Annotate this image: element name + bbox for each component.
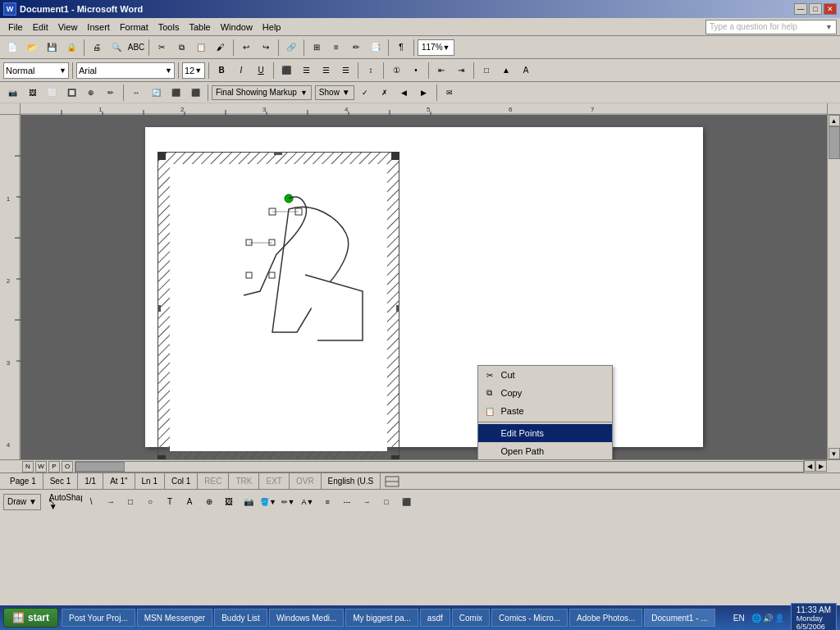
decrease-indent[interactable]: ⇤ — [432, 62, 450, 80]
menu-edit[interactable]: Edit — [28, 21, 53, 34]
menu-file[interactable]: File — [3, 21, 28, 34]
scroll-track[interactable] — [829, 126, 840, 448]
menu-format[interactable]: Format — [115, 21, 153, 34]
align-right[interactable]: ☰ — [317, 62, 335, 80]
menu-insert[interactable]: Insert — [82, 21, 115, 34]
redo-button[interactable]: ↪ — [257, 39, 275, 57]
taskbar-item-6[interactable]: Comix — [452, 609, 490, 627]
show-selector[interactable]: Show ▼ — [315, 85, 354, 100]
scroll-down-button[interactable]: ▼ — [829, 448, 840, 459]
arrow-style-tool[interactable]: → — [358, 493, 376, 511]
track-changes-arrow[interactable]: ▼ — [300, 89, 308, 97]
rect-tool[interactable]: □ — [121, 493, 139, 511]
justify[interactable]: ☰ — [336, 62, 354, 80]
highlight[interactable]: ▲ — [497, 62, 515, 80]
web-view-button[interactable]: W — [35, 461, 47, 472]
image-tool[interactable]: 📷 — [240, 493, 258, 511]
permission-button[interactable]: 🔒 — [62, 39, 80, 57]
draw-tb-1[interactable]: 📷 — [3, 84, 21, 102]
accept-change[interactable]: ✓ — [356, 84, 374, 102]
taskbar-item-7[interactable]: Comics - Micro... — [491, 609, 568, 627]
draw-tb-2[interactable]: 🖼 — [23, 84, 41, 102]
zoom-arrow[interactable]: ▼ — [443, 43, 450, 52]
outline-view-button[interactable]: O — [62, 461, 73, 472]
normal-view-button[interactable]: N — [22, 461, 34, 472]
draw-tb-6[interactable]: ✏ — [102, 84, 120, 102]
outside-border[interactable]: □ — [477, 62, 495, 80]
menu-view[interactable]: View — [53, 21, 83, 34]
size-selector[interactable]: 12 ▼ — [182, 62, 205, 79]
draw-tb-8[interactable]: 🔄 — [147, 84, 165, 102]
taskbar-item-1[interactable]: MSN Messenger — [137, 609, 212, 627]
ctx-cut[interactable]: ✂ Cut — [478, 366, 612, 384]
vertical-scrollbar[interactable]: ▲ ▼ — [827, 115, 840, 459]
copy-button[interactable]: ⧉ — [172, 39, 190, 57]
reject-change[interactable]: ✗ — [376, 84, 394, 102]
print-preview-button[interactable]: 🔍 — [107, 39, 126, 57]
document-area[interactable]: ✂ Cut ⧉ Copy 📋 Paste Edit Points — [21, 115, 827, 459]
horizontal-scroll-thumb[interactable] — [75, 462, 125, 472]
menu-tools[interactable]: Tools — [153, 21, 185, 34]
arrow-tool[interactable]: → — [102, 493, 120, 511]
menu-window[interactable]: Window — [216, 21, 258, 34]
track-changes-selector[interactable]: Final Showing Markup ▼ — [212, 85, 312, 100]
next-change[interactable]: ▶ — [415, 84, 433, 102]
oval-tool[interactable]: ○ — [141, 493, 159, 511]
line-color-tool[interactable]: ✏▼ — [279, 493, 297, 511]
line-tool[interactable]: \ — [82, 493, 100, 511]
open-button[interactable]: 📂 — [23, 39, 41, 57]
columns-button[interactable]: ≡ — [327, 39, 345, 57]
style-selector[interactable]: Normal ▼ — [3, 62, 69, 79]
taskbar-item-0[interactable]: Post Your Proj... — [62, 609, 135, 627]
table-button[interactable]: ⊞ — [308, 39, 326, 57]
taskbar-item-3[interactable]: Windows Medi... — [269, 609, 344, 627]
draw-tb-10[interactable]: ⬛ — [186, 84, 204, 102]
ctx-copy[interactable]: ⧉ Copy — [478, 384, 612, 402]
drawing-button[interactable]: ✏ — [347, 39, 365, 57]
font-dropdown-arrow[interactable]: ▼ — [165, 66, 172, 75]
new-button[interactable]: 📄 — [3, 39, 21, 57]
close-button[interactable]: ✕ — [824, 3, 837, 15]
font-color[interactable]: A — [517, 62, 535, 80]
size-dropdown-arrow[interactable]: ▼ — [194, 66, 202, 75]
format-painter[interactable]: 🖌 — [212, 39, 230, 57]
taskbar-item-5[interactable]: asdf — [420, 609, 450, 627]
print-button[interactable]: 🖨 — [88, 39, 106, 57]
ctx-openpath[interactable]: Open Path — [478, 442, 612, 459]
scroll-up-button[interactable]: ▲ — [829, 115, 840, 126]
underline-button[interactable]: U — [252, 62, 270, 80]
undo-button[interactable]: ↩ — [237, 39, 255, 57]
spell-button[interactable]: ABC — [127, 39, 145, 57]
draw-tb-7[interactable]: ↔ — [127, 84, 145, 102]
draw-dropdown[interactable]: Draw ▼ — [3, 494, 41, 510]
bold-button[interactable]: B — [212, 62, 231, 80]
window-controls[interactable]: — □ ✕ — [794, 3, 837, 15]
diagram-tool[interactable]: ⊕ — [200, 493, 218, 511]
zoom-box[interactable]: 117% ▼ — [418, 39, 454, 56]
menu-help[interactable]: Help — [258, 21, 286, 34]
dash-style-tool[interactable]: --- — [338, 493, 356, 511]
prev-change[interactable]: ◀ — [395, 84, 413, 102]
line-spacing[interactable]: ↕ — [362, 62, 380, 80]
save-button[interactable]: 💾 — [43, 39, 61, 57]
increase-indent[interactable]: ⇥ — [452, 62, 470, 80]
draw-tb-3[interactable]: ⬜ — [43, 84, 61, 102]
draw-tb-9[interactable]: ⬛ — [167, 84, 185, 102]
taskbar-item-4[interactable]: My biggest pa... — [345, 609, 418, 627]
numbering[interactable]: ① — [387, 62, 405, 80]
start-button[interactable]: 🪟 start — [3, 608, 58, 628]
3d-tool[interactable]: ⬛ — [397, 493, 415, 511]
autoshapes-dropdown[interactable]: AutoShapes ▼ — [62, 493, 80, 511]
print-view-button[interactable]: P — [48, 461, 60, 472]
help-search-box[interactable]: Type a question for help ▼ — [705, 20, 837, 34]
font-selector[interactable]: Arial ▼ — [76, 62, 175, 79]
horizontal-scroll-track[interactable] — [75, 461, 804, 472]
ctx-editpoints[interactable]: Edit Points — [478, 424, 612, 442]
draw-tb-5[interactable]: ⊕ — [82, 84, 100, 102]
doc-map-button[interactable]: 📑 — [367, 39, 385, 57]
shadow-tool[interactable]: □ — [377, 493, 395, 511]
taskbar-item-2[interactable]: Buddy List — [214, 609, 267, 627]
taskbar-item-8[interactable]: Adobe Photos... — [569, 609, 642, 627]
align-left[interactable]: ⬛ — [277, 62, 295, 80]
send-comment[interactable]: ✉ — [441, 84, 459, 102]
